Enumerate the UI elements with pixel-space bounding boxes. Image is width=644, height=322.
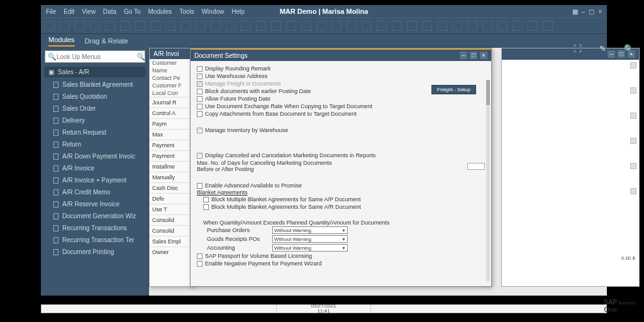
sidebar-item-label: A/R Invoice — [62, 165, 94, 172]
sidebar-item[interactable]: Sales Quotation — [45, 91, 145, 103]
restore-icon[interactable]: ▢ — [589, 8, 594, 15]
search-input[interactable] — [57, 53, 136, 60]
search-box[interactable]: 🔍 🔍 — [45, 50, 145, 63]
checkbox[interactable] — [197, 74, 203, 79]
tb-icon[interactable] — [347, 21, 357, 31]
checkbox[interactable] — [197, 66, 203, 72]
tb-icon[interactable] — [120, 21, 130, 31]
tb-icon[interactable] — [75, 21, 85, 31]
checkbox[interactable] — [197, 111, 203, 117]
tb-icon[interactable] — [301, 21, 311, 31]
sidebar-item[interactable]: A/R Invoice + Payment — [45, 174, 145, 186]
grid-icon[interactable]: ▦ — [572, 8, 578, 15]
tb-icon[interactable] — [377, 21, 387, 31]
close-icon[interactable]: × — [598, 8, 602, 15]
tb-icon[interactable] — [407, 21, 417, 31]
sidebar-item[interactable]: Recurring Transaction Ter — [45, 234, 145, 246]
search-icon[interactable]: 🔍 — [624, 44, 634, 53]
menu-window[interactable]: Window — [202, 8, 225, 15]
tb-icon[interactable] — [513, 21, 523, 31]
menu-file[interactable]: File — [46, 8, 56, 15]
tb-icon[interactable] — [528, 21, 538, 31]
tb-icon[interactable] — [135, 21, 145, 31]
maximize-icon[interactable]: □ — [470, 52, 477, 59]
tb-icon[interactable] — [331, 21, 341, 31]
dropdown[interactable]: Without Warning▼ — [272, 244, 348, 252]
tb-icon[interactable] — [180, 21, 191, 31]
menu-goto[interactable]: Go To — [124, 8, 141, 15]
checkbox[interactable] — [197, 183, 203, 189]
checkbox[interactable] — [197, 253, 203, 259]
section-label: Owner — [150, 247, 192, 257]
close-icon[interactable]: × — [480, 52, 487, 59]
hamburger-icon[interactable]: ≡ — [140, 49, 145, 58]
document-icon — [53, 165, 58, 172]
sidebar-item[interactable]: A/R Reserve Invoice — [45, 198, 145, 210]
tb-icon[interactable] — [362, 21, 372, 31]
tb-icon[interactable] — [437, 21, 447, 31]
tab-modules[interactable]: Modules — [48, 36, 75, 47]
sidebar-item[interactable]: Document Printing — [45, 246, 145, 258]
menu-tools[interactable]: Tools — [179, 8, 194, 15]
tb-icon[interactable] — [60, 21, 70, 31]
menu-help[interactable]: Help — [231, 8, 245, 15]
tb-icon[interactable] — [241, 21, 251, 31]
checkbox[interactable] — [197, 89, 203, 94]
menu-data[interactable]: Data — [103, 8, 116, 15]
menu-edit[interactable]: Edit — [64, 8, 74, 15]
checkbox[interactable] — [197, 153, 203, 158]
tb-icon[interactable] — [497, 21, 508, 31]
sidebar-item[interactable]: Recurring Transactions — [45, 222, 145, 234]
scrollbar[interactable] — [486, 80, 490, 281]
max-days-input[interactable] — [467, 163, 485, 170]
sidebar-item[interactable]: Return Request — [45, 126, 145, 138]
tb-icon[interactable] — [452, 21, 462, 31]
checkbox[interactable] — [197, 96, 203, 102]
tb-icon[interactable] — [90, 21, 100, 31]
tb-icon[interactable] — [392, 21, 402, 31]
tb-icon[interactable] — [105, 21, 115, 31]
tb-icon[interactable] — [543, 21, 553, 31]
tab-drag-relate[interactable]: Drag & Relate — [85, 37, 128, 45]
tb-icon[interactable] — [316, 21, 326, 31]
section-label: Payment — [150, 150, 192, 161]
sidebar-item[interactable]: A/R Invoice — [45, 162, 145, 174]
sidebar-category[interactable]: ▣ Sales - A/R — [45, 67, 145, 77]
window-title[interactable]: Document Settings – □ × — [191, 48, 491, 61]
sidebar-item[interactable]: Delivery — [45, 114, 145, 126]
freight-setup-button[interactable]: Freight - Setup — [431, 85, 476, 94]
menu-view[interactable]: View — [82, 8, 96, 15]
sidebar-item[interactable]: Sales Order — [45, 103, 145, 114]
tb-icon[interactable] — [165, 21, 175, 31]
tb-icon[interactable] — [256, 21, 266, 31]
checkbox[interactable] — [197, 261, 203, 267]
dropdown[interactable]: Without Warning▼ — [272, 235, 348, 243]
checkbox[interactable] — [197, 104, 203, 109]
scrollbar-thumb[interactable] — [486, 80, 490, 105]
screenshot-icon[interactable]: ⛶ — [574, 44, 582, 53]
sidebar-item[interactable]: Document Generation Wiz — [45, 210, 145, 222]
sidebar-item[interactable]: A/R Down Payment Invoic — [45, 150, 145, 162]
dropdown[interactable]: Without Warning▼ — [272, 226, 348, 234]
tb-icon[interactable] — [211, 21, 221, 31]
edit-icon[interactable]: ✎ — [599, 44, 606, 53]
menu-modules[interactable]: Modules — [148, 8, 172, 15]
checkbox[interactable] — [203, 197, 209, 203]
tb-icon[interactable] — [45, 21, 55, 31]
sidebar-item[interactable]: A/R Credit Memo — [45, 186, 145, 198]
checkbox-label: Block Multiple Blanket Agreements for Sa… — [211, 204, 361, 210]
tb-icon[interactable] — [150, 21, 160, 31]
tb-icon[interactable] — [271, 21, 281, 31]
tb-icon[interactable] — [482, 21, 492, 31]
minimize-icon[interactable]: – — [582, 8, 586, 15]
tb-icon[interactable] — [467, 21, 477, 31]
checkbox[interactable] — [203, 204, 209, 210]
sidebar-item[interactable]: Sales Blanket Agreement — [45, 79, 145, 91]
minimize-icon[interactable]: – — [460, 52, 467, 59]
tb-icon[interactable] — [422, 21, 432, 31]
tb-icon[interactable] — [226, 21, 236, 31]
tb-icon[interactable] — [286, 21, 296, 31]
sidebar-item[interactable]: Return — [45, 138, 145, 150]
checkbox[interactable] — [197, 128, 203, 133]
tb-icon[interactable] — [196, 21, 206, 31]
